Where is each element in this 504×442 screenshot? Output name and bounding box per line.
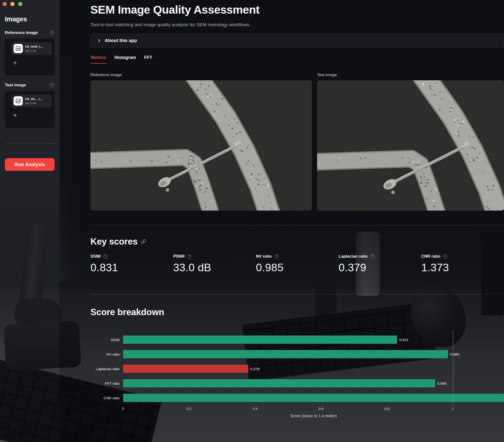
chevron-right-icon [97, 38, 101, 43]
app-window: Images Reference image ? L8_mod_r... 402… [0, 0, 504, 442]
about-expander[interactable]: About this app [90, 34, 504, 47]
reference-file-name: L8_mod_r... [25, 45, 43, 48]
chart-bar-value: 0.379 [250, 367, 260, 371]
chart-category-label: FFT ratio [90, 381, 123, 386]
reference-file-size: 402.2 KB [25, 50, 36, 52]
image-comparison: Reference image Test image [90, 73, 504, 211]
about-expander-label: About this app [105, 38, 137, 43]
chart-bar [123, 379, 435, 387]
test-file-item[interactable]: L8_sti..._i... 503.0 KB [12, 94, 52, 108]
sidebar-divider [5, 143, 54, 144]
image-file-icon [14, 44, 23, 53]
key-scores-heading: Key scores [90, 237, 504, 247]
metric-ssim: SSIM ? 0.831 [90, 254, 173, 274]
close-button[interactable] [3, 2, 7, 6]
maximize-button[interactable] [18, 2, 22, 6]
add-reference-image-button[interactable]: + [13, 60, 17, 65]
main-content: SEM Image Quality Assessment Tool-to-too… [59, 0, 504, 442]
chart-category-label: CNR ratio [90, 396, 123, 400]
file-meta: L8_sti..._i... 503.0 KB [25, 96, 50, 105]
chart-row: Laplacian ratio0.379 [90, 361, 504, 376]
chart-x-axis-label: Score (closer to 1 is better) [290, 414, 337, 418]
chart-bar [123, 335, 397, 344]
metric-label: NV ratio [256, 254, 272, 259]
chart-track: 0.946 [123, 379, 504, 387]
test-uploader-header: Test image ? [5, 83, 54, 88]
chart-x-axis: 00.20.40.60.81 [123, 406, 504, 412]
chart-x-axis-label-row: Score (closer to 1 is better) [123, 414, 504, 420]
test-upload-card[interactable]: L8_sti..._i... 503.0 KB + [5, 91, 54, 128]
metric-label: CNR ratio [421, 254, 440, 259]
metric-value: 0.831 [90, 261, 173, 274]
tab-fft[interactable]: FFT [144, 54, 153, 64]
chart-tick-label: 0.6 [319, 406, 324, 411]
tab-bar: Metrics Histogram FFT [90, 54, 504, 64]
chart-bar [123, 350, 448, 358]
metric-laplacian-ratio: Laplacian ratio ? 0.379 [339, 254, 421, 274]
chart-row: CNR ratio [90, 390, 504, 405]
help-icon[interactable]: ? [274, 254, 279, 259]
metric-cnr-ratio: CNR ratio ? 1.373 [421, 254, 504, 274]
metric-label: PSNR [173, 254, 185, 259]
help-icon[interactable]: ? [50, 83, 54, 88]
chart-tick-label: 1 [452, 406, 454, 411]
test-sem-image [317, 80, 504, 211]
tab-metrics[interactable]: Metrics [90, 54, 107, 64]
chart-tick-label: 0.2 [187, 406, 192, 411]
chart-bar-value: 0.985 [450, 352, 459, 356]
test-uploader-label: Test image [5, 83, 26, 88]
chart-track [123, 394, 504, 402]
chart-category-label: SSIM [90, 338, 123, 342]
minimize-button[interactable] [10, 2, 15, 6]
metric-psnr: PSNR ? 33.0 dB [173, 254, 256, 274]
reference-sem-image [90, 80, 312, 211]
key-scores-heading-text: Key scores [90, 237, 138, 247]
test-file-name: L8_sti..._i... [25, 97, 42, 101]
chart-bar-value: 0.831 [399, 338, 408, 342]
metric-value: 1.373 [421, 261, 504, 274]
chart-track: 0.379 [123, 365, 504, 373]
sidebar: Images Reference image ? L8_mod_r... 402… [0, 0, 59, 442]
add-test-image-button[interactable]: + [13, 113, 17, 118]
chart-bar [123, 394, 504, 402]
chart-track: 0.831 [123, 335, 504, 344]
page-subtitle: Tool-to-tool matching and image quality … [90, 22, 504, 27]
metric-value: 33.0 dB [173, 261, 256, 274]
help-icon[interactable]: ? [50, 30, 54, 35]
metric-label: SSIM [90, 254, 101, 259]
test-image-caption: Test image [317, 73, 504, 77]
reference-upload-card[interactable]: L8_mod_r... 402.2 KB + [5, 38, 54, 75]
help-icon[interactable]: ? [187, 254, 192, 259]
chart-bar-value: 0.946 [437, 381, 447, 386]
help-icon[interactable]: ? [370, 254, 375, 259]
tab-histogram[interactable]: Histogram [114, 54, 137, 64]
chart-track: 0.985 [123, 350, 504, 358]
metric-value: 0.985 [256, 261, 338, 274]
chart-tick-label: 0.4 [253, 406, 258, 411]
reference-file-item[interactable]: L8_mod_r... 402.2 KB [12, 42, 52, 55]
score-breakdown-chart: SSIM0.831NV ratio0.985Laplacian ratio0.3… [90, 332, 504, 420]
chart-row: SSIM0.831 [90, 332, 504, 347]
help-icon[interactable]: ? [103, 254, 108, 259]
chart-bar [123, 365, 248, 373]
chart-rows: SSIM0.831NV ratio0.985Laplacian ratio0.3… [90, 332, 504, 405]
score-breakdown-heading: Score breakdown [90, 307, 504, 317]
key-scores-row: SSIM ? 0.831 PSNR ? 33.0 dB NV ratio ? 0… [90, 254, 504, 274]
reference-uploader-label: Reference image [5, 30, 38, 35]
metric-label: Laplacian ratio [339, 254, 368, 259]
section-divider [90, 225, 504, 225]
link-icon[interactable] [141, 239, 146, 244]
test-image-figure: Test image [317, 73, 504, 211]
reference-line [453, 331, 453, 405]
window-controls [3, 2, 22, 6]
reference-image-caption: Reference image [90, 73, 312, 77]
test-file-size: 503.0 KB [25, 102, 36, 105]
sidebar-title: Images [5, 16, 54, 23]
chart-row: NV ratio0.985 [90, 347, 504, 361]
chart-tick-label: 0 [122, 406, 124, 411]
run-analysis-button[interactable]: Run Analysis [5, 158, 54, 171]
help-icon[interactable]: ? [443, 254, 448, 259]
section-divider [90, 294, 504, 295]
metric-value: 0.379 [339, 261, 421, 274]
chart-tick-label: 0.8 [384, 406, 390, 411]
